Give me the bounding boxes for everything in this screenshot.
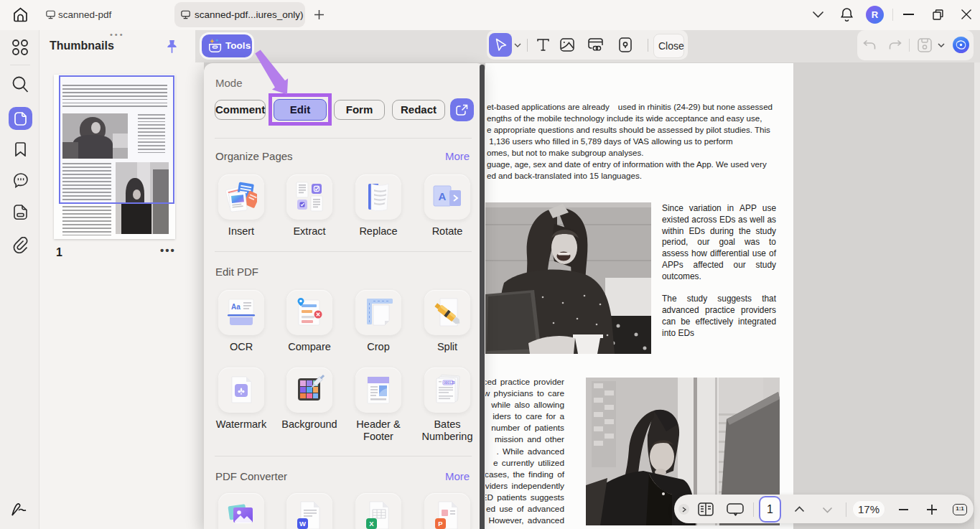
svg-text:X: X [369,520,374,528]
svg-text:A: A [439,190,447,202]
svg-text:Aa: Aa [231,303,241,311]
svg-text:P: P [438,520,443,528]
svg-text:W: W [299,520,306,528]
svg-text:000123: 000123 [444,381,455,385]
